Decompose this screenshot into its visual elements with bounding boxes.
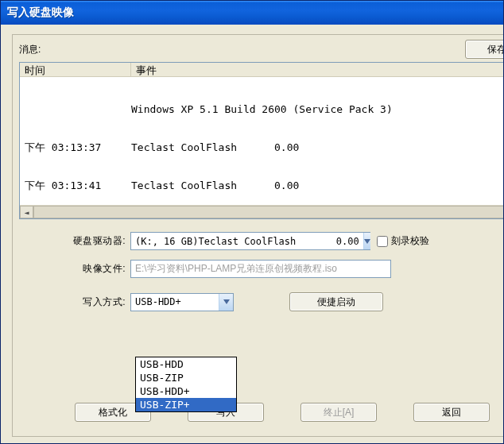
option-usb-hdd[interactable]: USB-HDD [136,357,236,371]
svg-marker-1 [223,299,230,304]
button-bar: 格式化 写入 终止[A] 返回 [13,403,504,422]
image-file-value: E:\学习资料\PHP-LAMP兄弟连原创视频教程.iso [135,262,337,276]
scroll-left-icon[interactable]: ◄ [20,206,33,218]
log-header: 时间 事件 [20,63,504,77]
window-title: 写入硬盘映像 [7,6,74,20]
verify-checkbox-input[interactable] [377,236,388,247]
write-method-dropdown[interactable]: USB-HDD USB-ZIP USB-HDD+ USB-ZIP+ [135,357,237,412]
chevron-down-icon[interactable] [219,294,233,311]
log-list[interactable]: 时间 事件 Windows XP 5.1 Build 2600 (Service… [19,62,504,219]
return-button-label: 返回 [442,406,461,419]
scroll-track[interactable] [33,206,504,218]
option-usb-zipp[interactable]: USB-ZIP+ [136,398,236,411]
form-area: 硬盘驱动器: (K:, 16 GB)Teclast CoolFlash 0.00… [13,219,504,311]
quick-boot-label: 便捷启动 [317,295,355,309]
abort-button[interactable]: 终止[A] [300,403,377,422]
list-item[interactable]: 下午 03:13:41 Teclast CoolFlash 0.00 [20,180,504,192]
list-item[interactable]: Windows XP 5.1 Build 2600 (Service Pack … [20,103,504,116]
write-method-combobox[interactable]: USB-HDD+ [130,293,234,311]
main-panel: 消息: 保存 时间 事件 Windows XP 5.1 Build 2600 (… [12,34,504,437]
scroll-thumb[interactable] [33,206,504,218]
save-button[interactable]: 保存 [465,40,504,59]
write-method-value: USB-HDD+ [131,296,219,307]
image-file-label: 映像文件: [19,262,130,276]
option-usb-zip[interactable]: USB-ZIP [136,371,236,384]
svg-marker-0 [364,239,370,244]
list-item[interactable]: 下午 03:13:37 Teclast CoolFlash 0.00 [20,141,504,154]
option-usb-hddp[interactable]: USB-HDD+ [136,384,236,398]
image-file-field[interactable]: E:\学习资料\PHP-LAMP兄弟连原创视频教程.iso [130,260,391,278]
verify-checkbox[interactable]: 刻录校验 [377,234,429,248]
drive-combobox[interactable]: (K:, 16 GB)Teclast CoolFlash 0.00 [130,232,370,250]
message-label: 消息: [19,43,41,56]
client-area: 消息: 保存 时间 事件 Windows XP 5.1 Build 2600 (… [1,25,503,443]
drive-value: (K:, 16 GB)Teclast CoolFlash 0.00 [131,236,363,247]
dialog-window: 写入硬盘映像 消息: 保存 时间 事件 Windows XP 5.1 Bu [0,0,504,444]
drive-label: 硬盘驱动器: [19,234,130,248]
save-button-label: 保存 [487,43,504,56]
titlebar[interactable]: 写入硬盘映像 [1,1,503,25]
verify-label: 刻录校验 [391,234,429,248]
write-method-label: 写入方式: [19,295,130,309]
horizontal-scrollbar[interactable]: ◄ ► [20,205,504,218]
log-rows: Windows XP 5.1 Build 2600 (Service Pack … [20,77,504,218]
abort-button-label: 终止[A] [324,406,355,419]
log-col-event[interactable]: 事件 [131,63,504,76]
log-col-time[interactable]: 时间 [20,63,131,76]
chevron-down-icon[interactable] [363,233,370,249]
format-button-label: 格式化 [99,406,127,419]
quick-boot-button[interactable]: 便捷启动 [289,292,383,311]
return-button[interactable]: 返回 [413,403,490,422]
